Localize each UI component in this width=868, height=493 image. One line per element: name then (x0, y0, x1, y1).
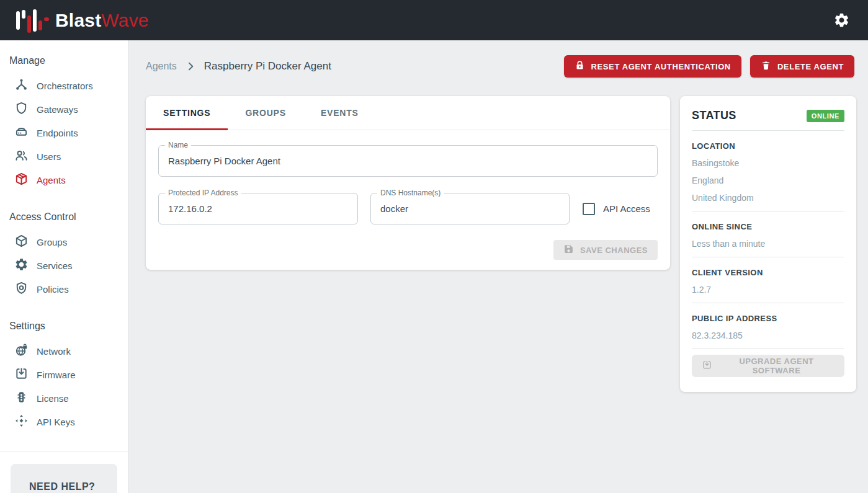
app-header: BlastWave (0, 0, 868, 40)
server-icon (14, 125, 29, 141)
sidebar-item-network[interactable]: Network (0, 339, 128, 363)
sidebar-section-access-control: Access Control (9, 211, 128, 223)
sidebar-item-agents[interactable]: Agents (0, 168, 128, 192)
upgrade-download-icon (702, 360, 712, 372)
dns-field-wrapper: DNS Hostname(s) (370, 193, 570, 224)
reset-agent-authentication-button[interactable]: RESET AGENT AUTHENTICATION (564, 55, 741, 78)
divider (692, 257, 844, 257)
location-region: England (692, 175, 844, 185)
sidebar-item-label: Policies (37, 284, 69, 295)
divider (692, 349, 844, 349)
settings-gear-icon[interactable] (831, 10, 852, 31)
name-field-label: Name (165, 141, 191, 149)
cube-icon (14, 234, 29, 250)
sidebar-item-api-keys[interactable]: API Keys (0, 410, 128, 433)
api-access-checkbox[interactable] (583, 203, 595, 215)
sidebar-item-label: Gateways (37, 104, 78, 115)
sidebar-section-settings: Settings (9, 321, 128, 332)
sidebar-item-label: Network (37, 346, 71, 357)
protected-ip-input[interactable] (159, 193, 357, 224)
need-help-box[interactable]: NEED HELP? (11, 464, 117, 493)
breadcrumb: Agents Raspberry Pi Docker Agent (146, 60, 331, 73)
waveform-logo-icon (16, 7, 49, 34)
client-version-label: CLIENT VERSION (692, 268, 844, 277)
tab-groups[interactable]: GROUPS (228, 96, 303, 130)
globe-lock-icon (14, 343, 29, 359)
sidebar-item-label: License (37, 393, 69, 404)
sidebar-item-label: Orchestrators (37, 81, 93, 91)
sidebar: Manage Orchestrators Gateways Endpoints … (0, 40, 128, 493)
tab-events[interactable]: EVENTS (303, 96, 376, 130)
delete-agent-button[interactable]: DELETE AGENT (750, 55, 854, 78)
sidebar-item-label: Endpoints (37, 128, 78, 138)
online-since-value: Less than a minute (692, 239, 844, 249)
gear-icon (14, 257, 29, 273)
tab-bar: SETTINGS GROUPS EVENTS (146, 96, 670, 130)
api-access-label: API Access (603, 203, 650, 214)
divider (692, 130, 844, 131)
orchestrators-icon (14, 78, 29, 94)
trash-icon (761, 60, 771, 73)
sidebar-item-label: Users (37, 151, 61, 162)
blastwave-logo[interactable]: BlastWave (16, 7, 149, 34)
location-city: Basingstoke (692, 158, 844, 168)
sidebar-divider (0, 451, 128, 451)
agent-status-card: STATUS ONLINE LOCATION Basingstoke Engla… (680, 96, 856, 392)
protected-ip-label: Protected IP Address (165, 189, 241, 197)
sidebar-item-users[interactable]: Users (0, 144, 128, 168)
sidebar-item-label: Services (37, 260, 73, 271)
dns-label: DNS Hostname(s) (377, 189, 444, 197)
policy-shield-icon (14, 281, 29, 297)
breadcrumb-current: Raspberry Pi Docker Agent (204, 60, 331, 73)
sidebar-item-endpoints[interactable]: Endpoints (0, 121, 128, 144)
upgrade-agent-software-button[interactable]: UPGRADE AGENT SOFTWARE (692, 355, 844, 377)
dns-input[interactable] (371, 193, 569, 224)
need-help-title: NEED HELP? (29, 481, 117, 492)
sidebar-item-services[interactable]: Services (0, 254, 128, 277)
sidebar-item-orchestrators[interactable]: Orchestrators (0, 74, 128, 97)
divider (692, 211, 844, 211)
name-input[interactable] (159, 146, 657, 176)
breadcrumb-agents-link[interactable]: Agents (146, 61, 177, 72)
lock-icon (575, 60, 585, 73)
sidebar-item-license[interactable]: License (0, 386, 128, 410)
online-status-badge: ONLINE (807, 110, 844, 122)
agent-settings-card: SETTINGS GROUPS EVENTS Name Protected IP… (146, 96, 670, 270)
sidebar-section-manage: Manage (9, 55, 128, 66)
sidebar-item-label: Firmware (37, 370, 76, 380)
sidebar-item-label: API Keys (37, 417, 75, 427)
download-box-icon (14, 366, 29, 383)
users-icon (14, 148, 29, 164)
save-floppy-icon (563, 244, 574, 256)
public-ip-label: PUBLIC IP ADDRESS (692, 314, 844, 323)
sidebar-item-firmware[interactable]: Firmware (0, 363, 128, 386)
divider (692, 303, 844, 303)
chevron-right-icon (184, 60, 197, 73)
main-content: Agents Raspberry Pi Docker Agent RESET A… (128, 40, 868, 493)
api-keys-icon (14, 414, 29, 430)
status-title: STATUS (692, 109, 736, 122)
protected-ip-field-wrapper: Protected IP Address (158, 193, 358, 224)
traffic-light-icon (14, 390, 29, 406)
save-changes-button[interactable]: SAVE CHANGES (553, 240, 658, 260)
brand-text: BlastWave (55, 10, 149, 31)
sidebar-item-label: Agents (37, 175, 66, 185)
package-icon (14, 172, 29, 188)
tab-settings[interactable]: SETTINGS (146, 96, 228, 130)
online-since-label: ONLINE SINCE (692, 222, 844, 231)
sidebar-item-policies[interactable]: Policies (0, 277, 128, 301)
public-ip-value: 82.3.234.185 (692, 331, 844, 340)
name-field-wrapper: Name (158, 145, 658, 177)
client-version-value: 1.2.7 (692, 285, 844, 295)
sidebar-item-groups[interactable]: Groups (0, 230, 128, 254)
location-label: LOCATION (692, 141, 844, 151)
sidebar-item-gateways[interactable]: Gateways (0, 97, 128, 121)
sidebar-item-label: Groups (37, 237, 67, 247)
shield-icon (14, 101, 29, 117)
location-country: United Kingdom (692, 193, 844, 203)
